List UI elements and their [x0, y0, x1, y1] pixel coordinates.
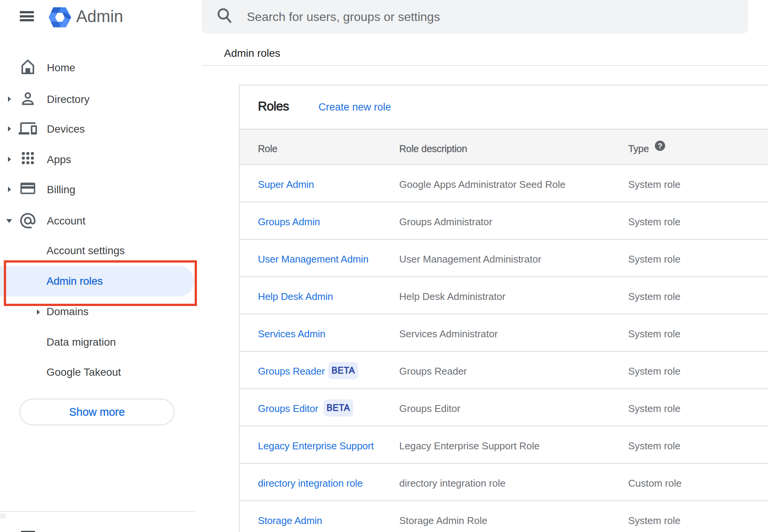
svg-text:?: ? — [658, 142, 662, 150]
